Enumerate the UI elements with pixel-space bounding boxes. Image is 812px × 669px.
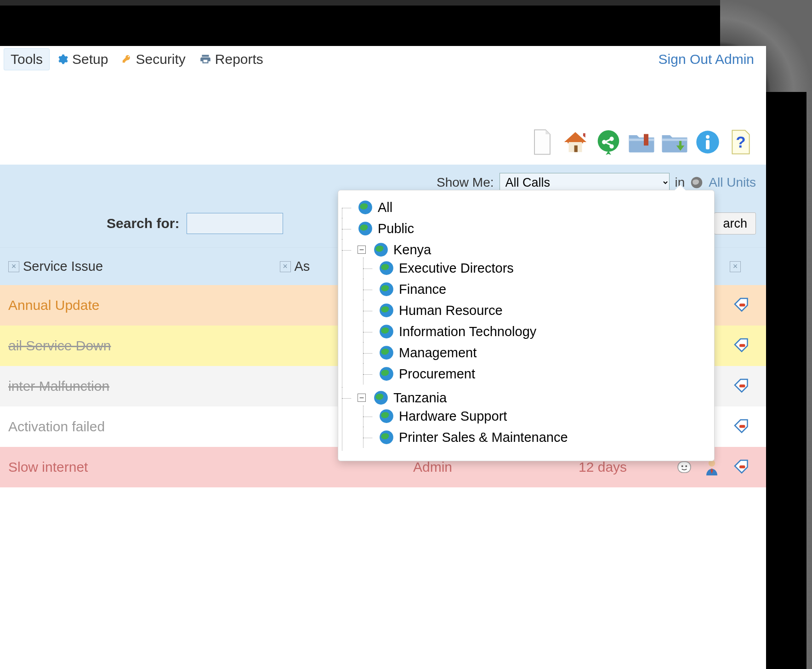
- tag-icon[interactable]: [733, 377, 751, 395]
- info-icon[interactable]: [693, 128, 722, 156]
- search-label: Search for:: [107, 216, 179, 231]
- menu-security-label: Security: [136, 51, 185, 67]
- collapse-icon[interactable]: −: [358, 394, 366, 402]
- share-icon[interactable]: [594, 128, 623, 156]
- key-icon: [122, 53, 132, 65]
- svg-rect-27: [739, 465, 745, 468]
- column-close-icon[interactable]: ×: [280, 261, 291, 272]
- svg-point-3: [706, 135, 710, 139]
- unit-kenya[interactable]: −Kenya: [358, 242, 704, 257]
- menu-setup-label: Setup: [72, 51, 108, 67]
- svg-rect-4: [706, 140, 710, 149]
- svg-rect-22: [739, 425, 745, 428]
- menu-bar: Tools Setup Security Reports: [0, 46, 766, 73]
- units-dropdown: All Public −Kenya Executive Directors Fi…: [338, 190, 715, 461]
- new-document-icon[interactable]: [528, 128, 556, 156]
- search-input[interactable]: [187, 213, 283, 234]
- unit-kenya-child[interactable]: Management: [379, 345, 704, 360]
- menu-tools[interactable]: Tools: [4, 48, 50, 70]
- column-close-icon[interactable]: ×: [8, 261, 19, 272]
- unit-tanzania-child[interactable]: Hardware Support: [379, 408, 704, 424]
- filter-panel: Show Me: All Calls in All Units Search f…: [0, 165, 766, 247]
- unit-tanzania[interactable]: −Tanzania: [358, 390, 704, 406]
- menu-setup[interactable]: Setup: [50, 48, 115, 70]
- unit-tanzania-child[interactable]: Printer Sales & Maintenance: [379, 429, 704, 445]
- column-assigned: As: [295, 259, 310, 274]
- menu-reports-label: Reports: [215, 51, 263, 67]
- unit-kenya-child[interactable]: Human Resource: [379, 303, 704, 318]
- tag-icon[interactable]: [733, 458, 751, 476]
- show-me-select[interactable]: All Calls: [500, 173, 670, 192]
- all-units-link[interactable]: All Units: [709, 175, 756, 190]
- svg-point-25: [685, 465, 687, 467]
- collapse-icon[interactable]: −: [358, 246, 366, 254]
- printer-icon: [199, 53, 211, 65]
- column-close-icon[interactable]: ×: [730, 261, 741, 272]
- signout-link[interactable]: Sign Out Admin: [659, 51, 762, 67]
- menu-security[interactable]: Security: [115, 48, 192, 70]
- globe-icon: [690, 176, 703, 189]
- mood-icon[interactable]: [676, 459, 692, 475]
- tag-icon[interactable]: [733, 296, 751, 314]
- tag-icon[interactable]: [733, 337, 751, 355]
- app-viewport: Tools Setup Security Reports: [0, 46, 766, 669]
- svg-rect-19: [739, 303, 745, 306]
- menu-reports[interactable]: Reports: [193, 48, 270, 70]
- unit-kenya-child[interactable]: Executive Directors: [379, 260, 704, 276]
- svg-point-24: [681, 465, 683, 467]
- svg-text:?: ?: [736, 133, 745, 151]
- folder-bookmark-icon[interactable]: [627, 128, 656, 156]
- show-me-label: Show Me:: [437, 175, 494, 190]
- toolbar: ?: [0, 73, 766, 165]
- svg-rect-23: [678, 462, 691, 472]
- svg-rect-21: [739, 384, 745, 387]
- svg-rect-20: [739, 344, 745, 347]
- menu-tools-label: Tools: [11, 51, 43, 67]
- user-icon[interactable]: [705, 459, 719, 475]
- help-icon[interactable]: ?: [727, 128, 755, 156]
- tag-icon[interactable]: [733, 417, 751, 436]
- column-service-issue: Service Issue: [23, 259, 103, 274]
- unit-public[interactable]: Public: [358, 221, 704, 236]
- unit-kenya-child[interactable]: Finance: [379, 281, 704, 297]
- gear-icon: [57, 53, 68, 65]
- search-button[interactable]: arch: [714, 212, 756, 234]
- unit-all[interactable]: All: [358, 200, 704, 215]
- home-icon[interactable]: [561, 128, 590, 156]
- folder-download-icon[interactable]: [660, 128, 689, 156]
- unit-kenya-child[interactable]: Information Technology: [379, 324, 704, 339]
- unit-kenya-child[interactable]: Procurement: [379, 366, 704, 382]
